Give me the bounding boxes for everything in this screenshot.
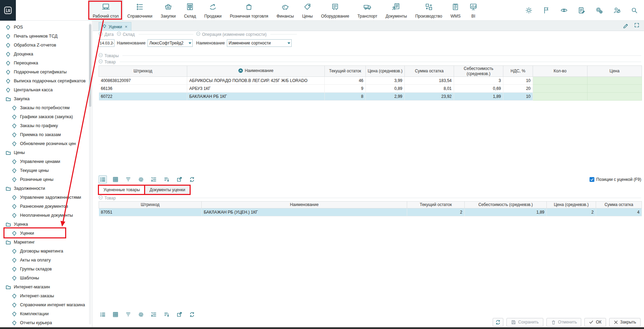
col-current-stock[interactable]: Текущий остаток (407, 202, 465, 208)
sidebar-item[interactable]: Интернет-магазин (0, 282, 92, 291)
sidebar-item[interactable]: Управление ценами (0, 157, 92, 166)
sidebar-item[interactable]: Печать ценников ТСД (0, 32, 92, 41)
menu-item-equipment[interactable]: Оборудование (317, 0, 353, 21)
sidebar-item[interactable]: POS (0, 23, 92, 32)
fullscreen-icon[interactable] (634, 22, 640, 29)
checkbox-checked-icon[interactable] (590, 177, 594, 182)
menu-item-wms[interactable]: WMS (446, 0, 465, 21)
cell-qty-editable[interactable] (533, 93, 587, 101)
refresh-button[interactable] (493, 318, 503, 327)
collapse-icon[interactable] (117, 32, 121, 37)
cancel-button[interactable]: Отменить (546, 318, 582, 327)
operation-input[interactable] (227, 39, 292, 47)
feedback-icon[interactable] (577, 6, 586, 14)
menu-item-retail[interactable]: Розничная торговля (226, 0, 272, 21)
sidebar-item[interactable]: Отчеты курьера (0, 318, 92, 327)
refresh-icon[interactable] (188, 175, 196, 184)
tab-marked-down-goods[interactable]: Уцененные товары (99, 185, 145, 194)
menu-item-documents[interactable]: Документы (382, 0, 411, 21)
sort-icon[interactable] (162, 175, 171, 184)
user-access-icon[interactable] (613, 6, 621, 14)
menu-item-bi[interactable]: BI (465, 0, 482, 21)
view-list-icon[interactable] (99, 175, 107, 184)
open-in-window-icon[interactable] (175, 310, 183, 319)
sidebar-item[interactable]: Приемка по заказам (0, 130, 92, 139)
positions-with-markdown-checkbox[interactable]: Позиции с уценкой (F9) (590, 177, 641, 182)
col-stock-sum[interactable]: Сумма остатка (596, 202, 642, 208)
sidebar-item[interactable]: Справочники интернет магазина (0, 300, 92, 309)
collapse-icon[interactable] (99, 59, 103, 64)
menu-item-transport[interactable]: Транспорт (353, 0, 382, 21)
menu-item-catalogs[interactable]: Справочники (123, 0, 157, 21)
col-avg-price[interactable]: Цена (средневзв.) (547, 202, 596, 208)
sidebar-item[interactable]: Комплектации (0, 309, 92, 318)
collapse-icon[interactable] (196, 32, 200, 37)
numbered-list-icon[interactable] (150, 310, 158, 319)
numbered-list-icon[interactable] (150, 175, 158, 184)
col-qty[interactable]: Кол-во (533, 66, 587, 77)
tab-ucenki[interactable]: Уценки × (99, 22, 131, 31)
warehouse-input[interactable] (148, 39, 193, 47)
open-in-window-icon[interactable] (175, 175, 183, 184)
sidebar-item[interactable]: Центральная касса (0, 85, 92, 94)
col-stock-sum[interactable]: Сумма остатка (405, 66, 454, 77)
sidebar-item[interactable]: Уценка (0, 220, 92, 229)
cell-qty-editable[interactable] (533, 85, 587, 93)
sidebar-item[interactable]: Графики заказов (закупка) (0, 112, 92, 121)
view-grid-icon[interactable] (111, 310, 120, 319)
sidebar-item[interactable]: Переоценка (0, 59, 92, 68)
sidebar-item[interactable]: Закупка (0, 94, 92, 103)
settings-gears-icon[interactable] (595, 6, 603, 14)
cell-price-editable[interactable] (587, 85, 642, 93)
sidebar-item[interactable]: Уценки (0, 229, 92, 238)
filter-icon[interactable] (124, 175, 132, 184)
save-button[interactable]: Сохранить (506, 318, 543, 327)
view-grid-icon[interactable] (111, 175, 120, 184)
menu-item-desktop[interactable]: Рабочий стол (88, 0, 123, 21)
sidebar-item[interactable]: Управление задолженностями (0, 193, 92, 202)
sidebar-item[interactable]: Текущие цены (0, 166, 92, 175)
warehouse-combo[interactable] (148, 39, 193, 47)
sidebar-item[interactable]: Подарочные сертификаты (0, 68, 92, 76)
sidebar-item[interactable]: Разнесение документов (0, 202, 92, 211)
sidebar-item[interactable]: Розничные цены (0, 175, 92, 184)
cell-qty-editable[interactable] (533, 77, 587, 85)
col-barcode[interactable]: Штрихкод (99, 66, 187, 77)
sidebar-item[interactable]: Задолженности (0, 184, 92, 193)
sidebar-item[interactable]: Заказы по потребностям (0, 103, 92, 112)
sidebar-item[interactable]: Обновление розничных цен (0, 139, 92, 148)
tab-close-icon[interactable]: × (125, 24, 128, 29)
filter-icon[interactable] (124, 310, 132, 319)
settings-icon[interactable] (137, 175, 145, 184)
sidebar-item[interactable]: Интернет-заказы (0, 291, 92, 300)
col-cost[interactable]: Себестоимость (средневзв.) (454, 66, 503, 77)
menu-item-purchases[interactable]: Закупки (157, 0, 180, 21)
app-logo[interactable] (0, 0, 16, 21)
sidebar-scrollbar-thumb[interactable] (89, 24, 91, 107)
sidebar-item[interactable]: Маркетинг (0, 238, 92, 247)
sidebar-item[interactable]: Дооценка (0, 50, 92, 59)
brightness-icon[interactable] (525, 6, 533, 14)
col-vat[interactable]: НДС, % (503, 66, 533, 77)
sidebar-item[interactable]: Группы складов (0, 265, 92, 274)
sidebar-item[interactable]: Выписка подарочных сертификатов (0, 76, 92, 85)
col-name[interactable]: Наименование (187, 66, 325, 77)
col-barcode[interactable]: Штрихкод (99, 202, 202, 208)
menu-item-production[interactable]: Производство (411, 0, 446, 21)
cell-price-editable[interactable] (587, 77, 642, 85)
refresh-icon[interactable] (188, 310, 196, 319)
sidebar-item[interactable]: Шаблоны (0, 274, 92, 282)
settings-icon[interactable] (137, 310, 145, 319)
eye-icon[interactable] (560, 6, 568, 14)
close-button[interactable]: Закрыть (609, 318, 641, 327)
col-name[interactable]: Наименование (202, 202, 407, 208)
col-avg-price[interactable]: Цена (средневзв.) (366, 66, 405, 77)
sidebar-item[interactable]: Акты на оплату (0, 256, 92, 265)
operation-combo[interactable] (227, 39, 292, 47)
edit-pencil-icon[interactable] (623, 22, 629, 29)
collapse-icon[interactable] (99, 32, 103, 37)
col-price[interactable]: Цена (587, 66, 642, 77)
search-icon[interactable] (630, 6, 638, 14)
view-list-icon[interactable] (99, 310, 107, 319)
flag-icon[interactable] (542, 6, 551, 14)
